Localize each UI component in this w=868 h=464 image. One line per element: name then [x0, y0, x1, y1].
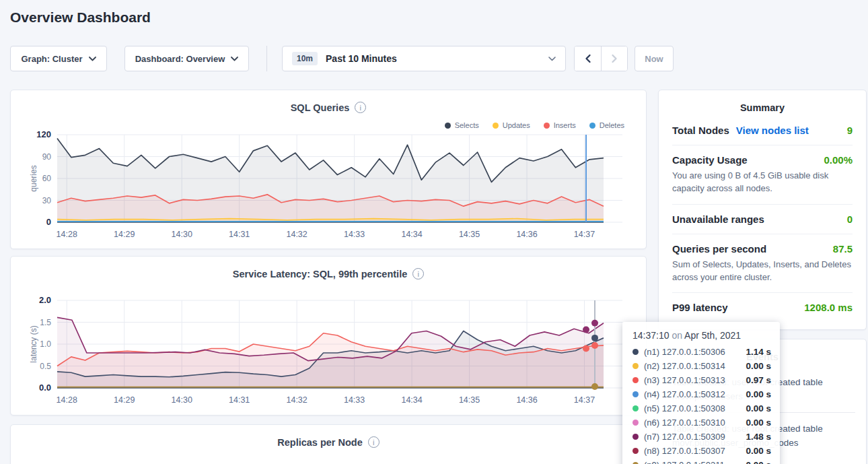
summary-row: Capacity Usage0.00%You are using 0 B of …	[672, 145, 853, 205]
tooltip-value: 0.97 s	[746, 375, 771, 385]
summary-row-head: Queries per second87.5	[672, 243, 853, 255]
node-color-dot	[632, 462, 639, 464]
summary-row-head: P99 latency1208.0 ms	[672, 302, 853, 313]
tooltip-node-label: (n8) 127.0.0.1:50307	[644, 446, 725, 456]
summary-label: Queries per second	[672, 243, 766, 255]
chart-card-replicas: Replicas per Node i	[10, 424, 647, 464]
tooltip-row: (n1) 127.0.0.1:503061.14 s	[632, 345, 771, 358]
svg-text:14:35: 14:35	[459, 395, 480, 405]
time-range-badge: 10m	[292, 52, 318, 65]
svg-text:14:31: 14:31	[229, 395, 250, 405]
summary-row: Total NodesView nodes list9	[672, 116, 853, 145]
chevron-left-icon	[584, 54, 592, 63]
chart-tooltip: 14:37:10 on Apr 5th, 2021 (n1) 127.0.0.1…	[622, 322, 780, 464]
node-color-dot	[632, 377, 639, 383]
svg-text:0.0: 0.0	[39, 383, 51, 393]
svg-text:90: 90	[42, 152, 52, 162]
summary-panel: Summary Total NodesView nodes list9Capac…	[658, 90, 867, 330]
svg-text:14:29: 14:29	[114, 395, 135, 405]
summary-row-head: Total NodesView nodes list9	[672, 125, 853, 136]
svg-text:120: 120	[36, 129, 51, 139]
tooltip-row: (n8) 127.0.0.1:503070.00 s	[632, 444, 771, 457]
tooltip-date: Apr 5th, 2021	[684, 330, 741, 341]
info-icon[interactable]: i	[355, 102, 366, 113]
prev-range-button[interactable]	[575, 46, 601, 71]
summary-row-head: Capacity Usage0.00%	[672, 154, 853, 166]
view-nodes-link[interactable]: View nodes list	[736, 125, 809, 136]
tooltip-node-label: (n3) 127.0.0.1:50313	[644, 375, 725, 385]
tooltip-row: (n5) 127.0.0.1:503080.00 s	[632, 402, 771, 414]
dashboard-selector-label: Dashboard: Overview	[135, 54, 225, 64]
svg-text:2.0: 2.0	[39, 295, 51, 305]
summary-label: Unavailable ranges	[672, 213, 764, 225]
svg-text:30: 30	[42, 196, 52, 205]
svg-text:14:31: 14:31	[229, 230, 250, 239]
svg-text:14:32: 14:32	[286, 395, 307, 405]
info-icon[interactable]: i	[412, 268, 424, 279]
node-color-dot	[632, 448, 639, 454]
svg-text:14:34: 14:34	[401, 395, 422, 405]
svg-text:14:32: 14:32	[286, 230, 307, 239]
sql-queries-chart[interactable]: 14:2814:2914:3014:3114:3214:3314:3414:35…	[25, 128, 630, 244]
summary-row: Unavailable ranges0	[672, 205, 853, 234]
next-range-button[interactable]	[601, 46, 627, 71]
chevron-down-icon	[548, 57, 556, 61]
node-color-dot	[632, 363, 639, 369]
summary-title: Summary	[659, 90, 866, 116]
node-color-dot	[632, 391, 639, 397]
chart-title-sql: SQL Queries	[291, 102, 350, 113]
summary-value: 0	[847, 213, 853, 225]
summary-row: P99 latency1208.0 ms	[672, 293, 853, 322]
tooltip-header: 14:37:10 on Apr 5th, 2021	[632, 330, 771, 341]
graph-selector[interactable]: Graph: Cluster	[10, 46, 107, 71]
time-nav-group	[574, 46, 628, 71]
latency-chart[interactable]: 14:2814:2914:3014:3114:3214:3314:3414:35…	[25, 294, 630, 409]
chart-title-replicas: Replicas per Node	[277, 437, 363, 448]
svg-text:14:37: 14:37	[574, 230, 595, 239]
chevron-down-icon	[89, 57, 96, 61]
svg-text:14:35: 14:35	[459, 230, 480, 239]
tooltip-row: (n6) 127.0.0.1:503100.00 s	[632, 416, 771, 428]
summary-row: Queries per second87.5Sum of Selects, Up…	[672, 234, 853, 294]
svg-text:14:29: 14:29	[114, 230, 135, 239]
svg-text:1.5: 1.5	[40, 318, 51, 327]
tooltip-value: 1.48 s	[746, 432, 771, 442]
tooltip-value: 0.00 s	[746, 418, 771, 428]
tooltip-row: (n9) 127.0.0.1:503110.00 s	[632, 459, 771, 464]
svg-text:14:30: 14:30	[172, 230, 192, 239]
dashboard-selector[interactable]: Dashboard: Overview	[124, 46, 249, 71]
summary-rows: Total NodesView nodes list9Capacity Usag…	[659, 116, 866, 322]
summary-label: Total Nodes	[672, 125, 729, 136]
info-icon[interactable]: i	[368, 436, 379, 448]
tooltip-node-label: (n7) 127.0.0.1:50309	[644, 432, 725, 442]
summary-label: P99 latency	[672, 302, 728, 313]
chart-card-latency: Service Latency: SQL, 99th percentile i …	[10, 256, 647, 416]
tooltip-value: 0.00 s	[746, 403, 771, 413]
summary-value: 9	[847, 125, 853, 136]
svg-text:14:33: 14:33	[344, 230, 365, 239]
tooltip-value: 1.14 s	[746, 347, 771, 357]
tooltip-value: 0.00 s	[746, 361, 771, 371]
svg-text:14:28: 14:28	[57, 395, 77, 405]
now-button[interactable]: Now	[635, 46, 674, 71]
svg-text:14:34: 14:34	[401, 230, 422, 239]
summary-value: 1208.0 ms	[804, 302, 853, 313]
graph-selector-label: Graph: Cluster	[21, 54, 82, 64]
tooltip-rows: (n1) 127.0.0.1:503061.14 s(n2) 127.0.0.1…	[632, 345, 771, 464]
svg-text:14:36: 14:36	[516, 230, 537, 239]
page-title: Overview Dashboard	[10, 9, 151, 26]
summary-value: 0.00%	[824, 154, 853, 166]
summary-value: 87.5	[833, 243, 853, 255]
tooltip-node-label: (n6) 127.0.0.1:50310	[644, 418, 725, 428]
node-color-dot	[632, 420, 639, 426]
svg-text:0: 0	[46, 217, 51, 227]
summary-row-head: Unavailable ranges0	[672, 213, 853, 225]
tooltip-value: 0.00 s	[746, 446, 771, 456]
tooltip-node-label: (n9) 127.0.0.1:50311	[644, 460, 725, 464]
chart-title-latency: Service Latency: SQL, 99th percentile	[233, 269, 408, 279]
node-color-dot	[632, 349, 639, 355]
tooltip-row: (n2) 127.0.0.1:503140.00 s	[632, 360, 771, 372]
toolbar-divider	[266, 46, 267, 71]
time-range-picker[interactable]: 10m Past 10 Minutes	[282, 46, 566, 71]
summary-description: You are using 0 B of 4.5 GiB usable disk…	[672, 170, 853, 195]
